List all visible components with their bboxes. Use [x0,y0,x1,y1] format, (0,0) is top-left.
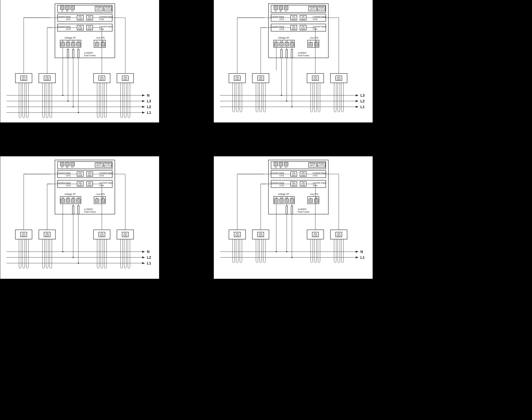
svg-text:2: 2 [124,233,126,236]
svg-text:V2: V2 [285,196,288,199]
svg-text:L1: L1 [147,110,151,115]
svg-text:Aux.P/S: Aux.P/S [96,193,105,195]
svg-text:L: L [310,40,311,43]
svg-text:CH1: CH1 [279,18,284,21]
svg-text:CH3: CH3 [279,28,284,30]
svg-text:1A/600V: 1A/600V [84,208,93,211]
svg-text:Voltage I/P: Voltage I/P [278,193,289,195]
svg-text:CH2: CH2 [99,174,104,177]
svg-text:1: 1 [293,173,294,176]
svg-text:V1: V1 [77,196,80,199]
svg-text:1: 1 [23,77,24,80]
svg-text:L3: L3 [360,93,365,97]
svg-text:L3: L3 [147,99,151,103]
svg-text:2: 2 [124,77,126,80]
svg-rect-215 [281,50,282,58]
svg-text:Aux.P/S: Aux.P/S [310,36,318,39]
svg-text:2: 2 [89,17,90,19]
svg-rect-500 [291,206,293,214]
svg-marker-386 [142,262,145,264]
svg-text:CH4: CH4 [99,184,104,187]
svg-text:A+: A+ [71,166,74,169]
svg-text:CH2: CH2 [99,18,104,21]
svg-rect-72 [72,50,74,58]
svg-text:L1: L1 [147,261,151,265]
svg-rect-219 [286,50,287,58]
svg-text:V1: V1 [77,40,80,43]
svg-text:CH4: CH4 [313,184,317,187]
svg-rect-496 [286,206,287,214]
svg-text:N: N [276,40,277,43]
svg-marker-383 [142,256,145,258]
svg-text:INPUT: INPUT [310,8,316,10]
svg-text:N: N [316,40,317,43]
svg-text:L2: L2 [147,255,151,260]
svg-point-425 [73,257,74,258]
svg-text:N: N [360,250,363,254]
svg-text:2: 2 [302,173,304,176]
svg-point-285 [281,95,282,96]
svg-text:CH1: CH1 [66,174,71,177]
svg-text:Voltage I/P: Voltage I/P [64,36,76,39]
svg-text:OUTPUT: OUTPUT [318,165,326,166]
svg-text:4: 4 [315,77,316,80]
svg-text:2: 2 [338,77,339,80]
svg-text:3: 3 [46,233,48,236]
svg-text:V3: V3 [66,40,69,43]
svg-text:L: L [310,196,311,199]
svg-text:OUTPUT: OUTPUT [104,165,112,166]
svg-text:G: G [275,166,277,169]
svg-text:1: 1 [236,233,238,236]
svg-text:4: 4 [101,233,102,236]
svg-text:RS485: RS485 [310,7,315,8]
svg-text:N: N [62,40,64,43]
svg-text:2: 2 [338,233,339,236]
svg-text:RS485: RS485 [105,7,111,8]
svg-text:4: 4 [302,27,304,29]
svg-text:4: 4 [302,183,304,186]
svg-text:L: L [96,196,98,199]
svg-text:N: N [276,196,277,199]
svg-text:L1: L1 [360,105,365,109]
svg-text:1: 1 [236,77,238,80]
svg-text:3: 3 [260,77,261,80]
svg-text:CH3: CH3 [66,28,71,30]
svg-text:INPUT: INPUT [96,165,102,166]
svg-text:1: 1 [79,173,81,176]
svg-text:Fast Fuses: Fast Fuses [298,54,309,57]
svg-text:B-: B- [66,10,69,12]
svg-text:V3: V3 [280,40,283,43]
svg-text:1A/600V: 1A/600V [84,52,93,54]
svg-text:3: 3 [79,27,81,29]
svg-text:1: 1 [23,233,24,236]
svg-text:B-: B- [280,10,282,12]
svg-text:L: L [96,40,98,43]
svg-text:L2: L2 [360,99,365,103]
svg-point-423 [62,251,63,252]
svg-marker-518 [356,251,358,253]
svg-point-427 [78,263,79,264]
svg-marker-241 [356,94,358,96]
svg-rect-76 [78,50,79,58]
svg-point-562 [291,257,292,258]
svg-text:CH4: CH4 [99,28,104,30]
svg-text:1: 1 [293,17,294,19]
svg-text:3: 3 [293,27,294,29]
svg-text:G: G [61,10,63,12]
svg-text:A+: A+ [285,166,287,169]
svg-text:B-: B- [280,166,282,169]
svg-text:Voltage I/P: Voltage I/P [278,36,289,39]
svg-rect-223 [291,50,293,58]
svg-marker-94 [142,94,145,96]
svg-text:N: N [102,196,104,199]
svg-text:2: 2 [302,17,304,19]
svg-text:A+: A+ [285,10,287,12]
svg-text:G: G [275,10,277,12]
svg-text:CH3: CH3 [279,184,284,187]
svg-point-287 [286,101,287,102]
svg-text:CH2: CH2 [313,174,317,177]
svg-rect-358 [72,206,74,214]
svg-text:RS485: RS485 [310,163,315,165]
svg-text:OUTPUT: OUTPUT [318,8,326,10]
svg-text:A+: A+ [71,10,74,12]
